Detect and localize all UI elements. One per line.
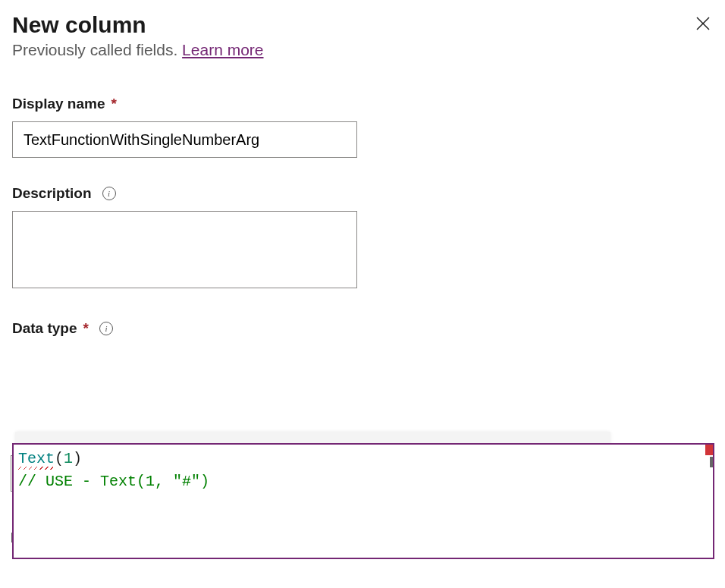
code-paren-close: )	[73, 450, 82, 467]
panel-subtitle: Previously called fields. Learn more	[12, 41, 713, 59]
formula-editor[interactable]: Text(1) // USE - Text(1, "#")	[12, 443, 714, 559]
display-name-input[interactable]	[12, 121, 357, 158]
required-icon: *	[111, 96, 117, 112]
close-icon	[696, 17, 710, 30]
subtitle-text: Previously called fields.	[12, 41, 182, 58]
info-icon[interactable]: i	[99, 322, 113, 335]
data-type-label: Data type* i	[12, 319, 713, 338]
description-label-text: Description	[12, 185, 92, 202]
description-input[interactable]	[12, 211, 357, 288]
display-name-label-text: Display name	[12, 96, 105, 112]
code-paren-open: (	[55, 450, 64, 467]
code-number: 1	[64, 450, 73, 467]
display-name-label: Display name*	[12, 96, 713, 112]
data-type-label-text: Data type	[12, 320, 77, 337]
code-func-name: Text	[18, 450, 55, 467]
info-icon[interactable]: i	[102, 187, 116, 200]
panel-title: New column	[12, 12, 146, 38]
description-label: Description i	[12, 185, 713, 202]
required-icon: *	[83, 320, 89, 337]
error-gutter-marker[interactable]	[705, 445, 713, 455]
code-func-text: Text	[18, 450, 55, 467]
caret-marker	[710, 457, 713, 467]
code-line-1: Text(1)	[18, 448, 708, 470]
error-squiggle-icon	[18, 467, 53, 470]
learn-more-link[interactable]: Learn more	[182, 41, 263, 58]
code-line-2: // USE - Text(1, "#")	[18, 470, 708, 493]
close-button[interactable]	[693, 12, 713, 36]
